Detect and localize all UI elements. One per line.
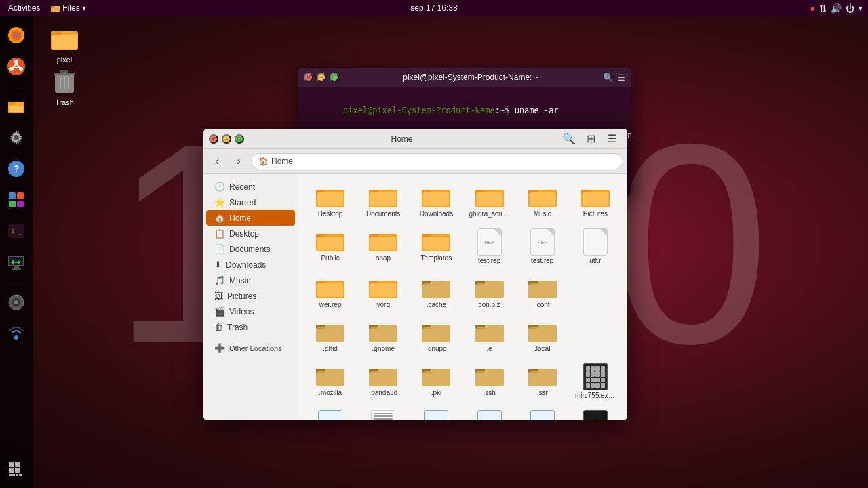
- file-wer-gpr[interactable]: GPR wer.gpr: [517, 406, 568, 420]
- network-icon[interactable]: ⇅: [819, 3, 827, 14]
- file-utf-gpr[interactable]: GPR utf.gpr: [464, 406, 514, 420]
- desktop-icon-trash[interactable]: Trash: [41, 64, 88, 106]
- terminal-search-btn[interactable]: 🔍: [603, 73, 614, 83]
- svg-rect-38: [12, 474, 15, 476]
- svg-rect-39: [16, 474, 18, 476]
- file-test-txt[interactable]: test.txt: [358, 406, 408, 420]
- files-minimize-btn[interactable]: −: [222, 134, 231, 144]
- desktop-icon-pixel[interactable]: pixel: [41, 22, 88, 64]
- file-dot-e[interactable]: .e: [464, 315, 514, 357]
- files-view-btn[interactable]: ⊞: [581, 130, 600, 148]
- file-public[interactable]: Public: [305, 224, 355, 268]
- terminal-menu-btn[interactable]: ☰: [617, 73, 625, 83]
- svg-rect-64: [530, 192, 555, 206]
- svg-rect-35: [9, 468, 14, 473]
- dock-monitor[interactable]: [3, 249, 30, 276]
- dock-applets[interactable]: [3, 186, 30, 214]
- files-options-btn[interactable]: ☰: [603, 130, 622, 148]
- dock-network[interactable]: [3, 320, 30, 347]
- file-local[interactable]: .local: [517, 315, 568, 357]
- terminal-line-1: pixel@pixel-System-Product-Name:~$ uname…: [304, 92, 625, 129]
- terminal-minimize-btn[interactable]: −: [317, 73, 326, 82]
- sidebar-item-desktop[interactable]: 📋 Desktop: [206, 226, 295, 241]
- files-toolbar: ‹ › 🏠 Home: [203, 149, 627, 174]
- sidebar-item-recent[interactable]: 🕐 Recent: [206, 179, 295, 195]
- svg-rect-43: [52, 35, 77, 49]
- gpr-file-icon-1: GPR: [318, 410, 342, 420]
- svg-rect-28: [12, 268, 21, 270]
- terminal-close-btn[interactable]: ✕: [304, 73, 313, 82]
- file-conf[interactable]: .conf: [517, 271, 568, 312]
- sidebar-item-other-locations[interactable]: ➕ Other Locations: [206, 340, 295, 356]
- file-panda3d[interactable]: .panda3d: [358, 359, 408, 403]
- file-yorg[interactable]: yorg: [358, 271, 408, 312]
- documents-icon: 📄: [214, 244, 225, 254]
- recent-icon: 🕐: [214, 182, 225, 192]
- files-forward-btn[interactable]: ›: [229, 152, 248, 170]
- files-menu-button[interactable]: Files ▾: [48, 2, 88, 14]
- svg-rect-34: [15, 462, 20, 467]
- file-snap[interactable]: snap: [358, 224, 408, 268]
- sidebar-item-documents[interactable]: 📄 Documents: [206, 241, 295, 257]
- files-close-btn[interactable]: ✕: [209, 134, 218, 144]
- home-icon: 🏠: [258, 157, 269, 166]
- file-pictures[interactable]: Pictures: [570, 180, 620, 222]
- power-icon[interactable]: ⏻: [846, 3, 854, 14]
- dock-terminal[interactable]: $ _: [3, 218, 30, 245]
- files-search-btn[interactable]: 🔍: [559, 130, 578, 148]
- files-sidebar: 🕐 Recent ⭐ Starred 🏠 Home 📋 Desktop: [203, 174, 298, 420]
- file-documents[interactable]: Documents: [358, 180, 408, 222]
- file-conpiz[interactable]: con.piz: [464, 271, 514, 312]
- videos-icon: 🎬: [214, 306, 225, 317]
- sidebar-item-starred[interactable]: ⭐ Starred: [206, 195, 295, 210]
- file-cache[interactable]: .cache: [411, 271, 461, 312]
- dock-settings[interactable]: [3, 124, 30, 151]
- svg-rect-112: [370, 371, 396, 385]
- file-ssr[interactable]: .ssr: [517, 359, 568, 403]
- dock-system-settings[interactable]: [3, 289, 30, 316]
- svg-rect-121: [530, 371, 555, 385]
- dock-ubuntu[interactable]: [3, 53, 30, 80]
- file-mozilla[interactable]: .mozilla: [305, 359, 355, 403]
- dock-show-apps[interactable]: [3, 455, 30, 483]
- sidebar-item-pictures[interactable]: 🖼 Pictures: [206, 288, 295, 304]
- svg-rect-118: [477, 371, 502, 385]
- terminal-maximize-btn[interactable]: □: [330, 73, 339, 82]
- file-mirc755[interactable]: mirc755.exe.gzf: [570, 359, 620, 403]
- location-bar: 🏠 Home: [251, 153, 623, 169]
- file-test-gpr[interactable]: GPR test.gpr: [305, 406, 355, 420]
- file-ghidra-scripts[interactable]: ghidra_scripts: [464, 180, 514, 222]
- file-wer-rep[interactable]: wer.rep: [305, 271, 355, 312]
- file-utf-r[interactable]: utf.r: [570, 224, 620, 268]
- system-dropdown-icon[interactable]: ▾: [859, 4, 863, 13]
- files-back-btn[interactable]: ‹: [208, 152, 226, 170]
- file-gnupg[interactable]: .gnupg: [411, 315, 461, 357]
- sidebar-item-videos[interactable]: 🎬 Videos: [206, 304, 295, 319]
- file-pki[interactable]: .pki: [411, 359, 461, 403]
- file-gnome[interactable]: .gnome: [358, 315, 408, 357]
- files-titlebar: ✕ − □ Home 🔍 ⊞ ☰: [203, 129, 627, 149]
- dock-firefox[interactable]: [3, 22, 30, 49]
- file-bash-history[interactable]: $ .bash_history: [570, 406, 620, 420]
- rep-file-icon-3: [583, 228, 608, 256]
- sidebar-item-music[interactable]: 🎵 Music: [206, 272, 295, 288]
- svg-rect-79: [317, 283, 343, 297]
- dock-files[interactable]: [3, 93, 30, 120]
- file-test-rep-1[interactable]: REP test.rep: [464, 224, 514, 268]
- file-music[interactable]: Music: [517, 180, 568, 222]
- sound-icon[interactable]: 🔊: [831, 3, 842, 14]
- activities-button[interactable]: Activities: [5, 2, 43, 14]
- file-templates[interactable]: Templates: [411, 224, 461, 268]
- file-testr-gpr[interactable]: GPR testr.gpr: [411, 406, 461, 420]
- files-maximize-btn[interactable]: □: [235, 134, 244, 144]
- file-ghid-dot[interactable]: .ghid: [305, 315, 355, 357]
- svg-rect-58: [423, 192, 449, 206]
- dock-help[interactable]: ?: [3, 155, 30, 182]
- sidebar-item-downloads[interactable]: ⬇ Downloads: [206, 257, 295, 272]
- sidebar-item-trash[interactable]: 🗑 Trash: [206, 319, 295, 335]
- file-desktop[interactable]: Desktop: [305, 180, 355, 222]
- file-downloads[interactable]: Downloads: [411, 180, 461, 222]
- file-test-rep-2[interactable]: REP test.rep: [517, 224, 568, 268]
- sidebar-item-home[interactable]: 🏠 Home: [206, 210, 295, 226]
- file-ssh[interactable]: .ssh: [464, 359, 514, 403]
